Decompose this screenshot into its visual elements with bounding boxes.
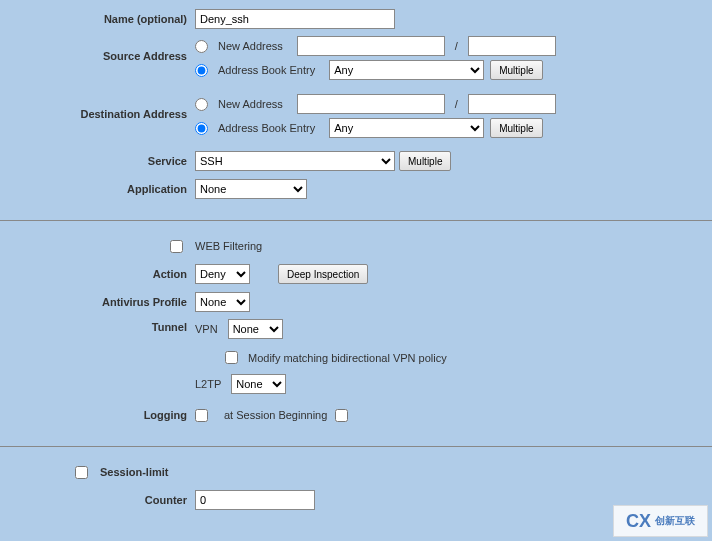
- antivirus-label: Antivirus Profile: [0, 296, 195, 308]
- destination-new-address-text: New Address: [218, 98, 283, 110]
- name-label: Name (optional): [0, 13, 195, 25]
- session-beginning-text: at Session Beginning: [224, 409, 327, 421]
- source-address-label: Source Address: [0, 36, 195, 62]
- watermark-logo: CX 创新互联: [613, 505, 708, 537]
- service-multiple-button[interactable]: Multiple: [399, 151, 451, 171]
- source-new-address-text: New Address: [218, 40, 283, 52]
- l2tp-select[interactable]: None: [231, 374, 286, 394]
- destination-new-address-input2[interactable]: [468, 94, 556, 114]
- destination-book-radio[interactable]: [195, 122, 208, 135]
- source-book-text: Address Book Entry: [218, 64, 315, 76]
- action-select[interactable]: Deny: [195, 264, 250, 284]
- service-label: Service: [0, 155, 195, 167]
- application-select[interactable]: None: [195, 179, 307, 199]
- source-new-address-radio[interactable]: [195, 40, 208, 53]
- web-filtering-checkbox[interactable]: [170, 240, 183, 253]
- action-label: Action: [0, 268, 195, 280]
- antivirus-select[interactable]: None: [195, 292, 250, 312]
- application-label: Application: [0, 183, 195, 195]
- destination-book-select[interactable]: Any: [329, 118, 484, 138]
- watermark-text: 创新互联: [655, 514, 695, 528]
- tunnel-label: Tunnel: [0, 319, 195, 333]
- counter-input[interactable]: [195, 490, 315, 510]
- deep-inspection-button[interactable]: Deep Inspection: [278, 264, 368, 284]
- watermark-icon: CX: [626, 511, 651, 532]
- modify-vpn-text: Modify matching bidirectional VPN policy: [248, 352, 447, 364]
- counter-label: Counter: [0, 494, 195, 506]
- source-new-address-input2[interactable]: [468, 36, 556, 56]
- source-book-radio[interactable]: [195, 64, 208, 77]
- session-limit-text: Session-limit: [100, 466, 168, 478]
- source-multiple-button[interactable]: Multiple: [490, 60, 542, 80]
- web-filtering-text: WEB Filtering: [195, 240, 262, 252]
- divider: [0, 220, 712, 221]
- session-beginning-checkbox[interactable]: [335, 409, 348, 422]
- session-limit-checkbox[interactable]: [75, 466, 88, 479]
- divider: [0, 446, 712, 447]
- destination-address-label: Destination Address: [0, 94, 195, 120]
- destination-new-address-radio[interactable]: [195, 98, 208, 111]
- source-new-address-input1[interactable]: [297, 36, 445, 56]
- logging-label: Logging: [0, 409, 195, 421]
- destination-new-address-input1[interactable]: [297, 94, 445, 114]
- destination-multiple-button[interactable]: Multiple: [490, 118, 542, 138]
- logging-checkbox[interactable]: [195, 409, 208, 422]
- slash-text: /: [455, 40, 458, 52]
- name-input[interactable]: [195, 9, 395, 29]
- l2tp-label: L2TP: [195, 378, 221, 390]
- vpn-label: VPN: [195, 323, 218, 335]
- slash-text: /: [455, 98, 458, 110]
- modify-vpn-checkbox[interactable]: [225, 351, 238, 364]
- service-select[interactable]: SSH: [195, 151, 395, 171]
- vpn-select[interactable]: None: [228, 319, 283, 339]
- source-book-select[interactable]: Any: [329, 60, 484, 80]
- destination-book-text: Address Book Entry: [218, 122, 315, 134]
